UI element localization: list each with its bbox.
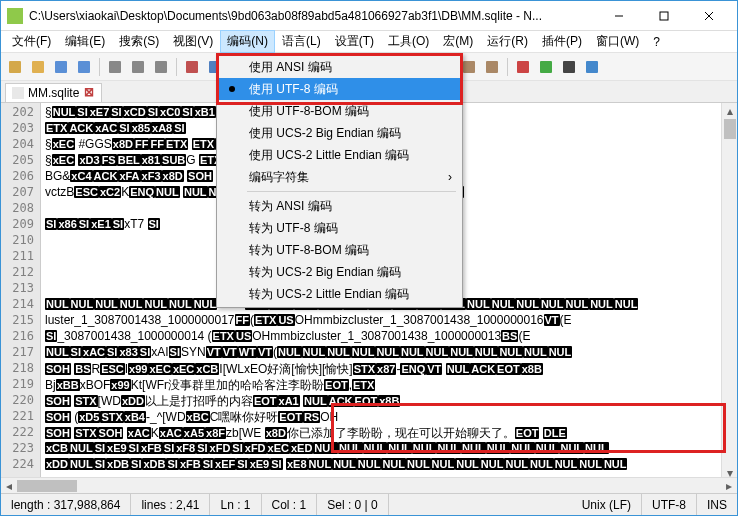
file-icon bbox=[12, 87, 24, 99]
svg-rect-6 bbox=[55, 61, 67, 73]
line-number: 214 bbox=[1, 297, 40, 313]
menu-工具o[interactable]: 工具(O) bbox=[381, 30, 436, 53]
encoding-convert-option[interactable]: 转为 UCS-2 Little Endian 编码 bbox=[219, 283, 460, 305]
line-number: 204 bbox=[1, 137, 40, 153]
text-line[interactable]: BjxBBxBOFx99Kt[WFr没事群里加的哈哈客注李盼盼EOT,ETX bbox=[41, 377, 737, 393]
close-all-button[interactable] bbox=[128, 57, 148, 77]
tab-close-icon[interactable]: ⊠ bbox=[83, 87, 95, 99]
scroll-up-icon[interactable]: ▴ bbox=[722, 103, 738, 119]
menu-编辑e[interactable]: 编辑(E) bbox=[58, 30, 112, 53]
macro-play-button[interactable] bbox=[536, 57, 556, 77]
menu-语言l[interactable]: 语言(L) bbox=[275, 30, 328, 53]
option-label: 使用 ANSI 编码 bbox=[249, 59, 332, 76]
svg-rect-8 bbox=[109, 61, 121, 73]
encoding-convert-option[interactable]: 转为 UTF-8-BOM 编码 bbox=[219, 239, 460, 261]
macro-multi-icon bbox=[584, 59, 600, 75]
text-line[interactable]: NULSIxACSIx83SIxAISISYNVTVTWTVT(NULNULNU… bbox=[41, 345, 737, 361]
cut-button[interactable] bbox=[182, 57, 202, 77]
menu-?[interactable]: ? bbox=[646, 32, 667, 52]
line-number: 208 bbox=[1, 201, 40, 217]
text-line[interactable]: SOH STXSOH xACKxACxA5x8Fzb[WE x8D你已添加了李盼… bbox=[41, 425, 737, 441]
line-number: 202 bbox=[1, 105, 40, 121]
title-bar: C:\Users\xiaokai\Desktop\Documents\9bd06… bbox=[1, 1, 737, 31]
cut-icon bbox=[184, 59, 200, 75]
text-line[interactable]: xDDNULSIxDBSIxDBSIxFBSIxEFSIxE9SI xE8NUL… bbox=[41, 457, 737, 473]
menu-编码n[interactable]: 编码(N) bbox=[220, 30, 275, 53]
line-number: 217 bbox=[1, 345, 40, 361]
encoding-option[interactable]: 使用 UTF-8-BOM 编码 bbox=[219, 100, 460, 122]
encoding-convert-option[interactable]: 转为 ANSI 编码 bbox=[219, 195, 460, 217]
line-number: 206 bbox=[1, 169, 40, 185]
line-number: 211 bbox=[1, 249, 40, 265]
scroll-thumb-h[interactable] bbox=[17, 480, 77, 492]
horizontal-scrollbar[interactable]: ◂ ▸ bbox=[1, 477, 737, 493]
indent-icon bbox=[461, 59, 477, 75]
save-icon bbox=[53, 59, 69, 75]
scroll-thumb[interactable] bbox=[724, 119, 736, 139]
vertical-scrollbar[interactable]: ▴ ▾ bbox=[721, 103, 737, 481]
text-line[interactable]: SOH (xD5STXxB4-_^[WDxBCC嘿咻你好呀EOTRSOH bbox=[41, 409, 737, 425]
text-line[interactable]: luster_1_3087001438_1000000017FF(ETXUSOH… bbox=[41, 313, 737, 329]
line-number: 203 bbox=[1, 121, 40, 137]
encoding-option[interactable]: 使用 ANSI 编码 bbox=[219, 56, 460, 78]
save-button[interactable] bbox=[51, 57, 71, 77]
save-all-button[interactable] bbox=[74, 57, 94, 77]
scroll-right-icon[interactable]: ▸ bbox=[721, 478, 737, 494]
menu-视图v[interactable]: 视图(V) bbox=[166, 30, 220, 53]
macro-multi-button[interactable] bbox=[582, 57, 602, 77]
encoding-option[interactable]: 编码字符集› bbox=[219, 166, 460, 188]
line-number: 221 bbox=[1, 409, 40, 425]
menu-bar: 文件(F)编辑(E)搜索(S)视图(V)编码(N)语言(L)设置(T)工具(O)… bbox=[1, 31, 737, 53]
line-number: 210 bbox=[1, 233, 40, 249]
open-icon bbox=[30, 59, 46, 75]
minimize-button[interactable] bbox=[596, 2, 641, 30]
encoding-convert-option[interactable]: 转为 UTF-8 编码 bbox=[219, 217, 460, 239]
encoding-convert-option[interactable]: 转为 UCS-2 Big Endian 编码 bbox=[219, 261, 460, 283]
macro-stop-icon bbox=[561, 59, 577, 75]
menu-separator bbox=[247, 191, 456, 192]
menu-设置t[interactable]: 设置(T) bbox=[328, 30, 381, 53]
line-number: 218 bbox=[1, 361, 40, 377]
line-number: 216 bbox=[1, 329, 40, 345]
status-ln: Ln : 1 bbox=[210, 494, 261, 515]
text-line[interactable]: SOH STX[WDxDD以上是打招呼的内容EOTxA1 NULACKEOTx8… bbox=[41, 393, 737, 409]
outdent-button[interactable] bbox=[482, 57, 502, 77]
save-all-icon bbox=[76, 59, 92, 75]
status-enc: UTF-8 bbox=[642, 494, 697, 515]
encoding-option[interactable]: 使用 UCS-2 Big Endian 编码 bbox=[219, 122, 460, 144]
svg-rect-1 bbox=[660, 12, 668, 20]
close-button[interactable] bbox=[105, 57, 125, 77]
menu-宏m[interactable]: 宏(M) bbox=[436, 30, 480, 53]
encoding-option[interactable]: 使用 UTF-8 编码 bbox=[219, 78, 460, 100]
menu-窗口w[interactable]: 窗口(W) bbox=[589, 30, 646, 53]
menu-运行r[interactable]: 运行(R) bbox=[480, 30, 535, 53]
line-number: 223 bbox=[1, 441, 40, 457]
text-line[interactable]: xCBNULSIxE9SIxFBSIxF8SIxFDSIxFDxECxEDNUL… bbox=[41, 441, 737, 457]
print-button[interactable] bbox=[151, 57, 171, 77]
macro-rec-button[interactable] bbox=[513, 57, 533, 77]
macro-stop-button[interactable] bbox=[559, 57, 579, 77]
new-button[interactable] bbox=[5, 57, 25, 77]
svg-rect-25 bbox=[540, 61, 552, 73]
option-label: 使用 UTF-8-BOM 编码 bbox=[249, 103, 369, 120]
svg-rect-23 bbox=[486, 61, 498, 73]
encoding-option[interactable]: 使用 UCS-2 Little Endian 编码 bbox=[219, 144, 460, 166]
menu-插件p[interactable]: 插件(P) bbox=[535, 30, 589, 53]
scroll-left-icon[interactable]: ◂ bbox=[1, 478, 17, 494]
line-number: 222 bbox=[1, 425, 40, 441]
text-line[interactable]: SOH BSRESCIx99xECxECxCBI[WLxEO好滴[愉快][愉快]… bbox=[41, 361, 737, 377]
scroll-track[interactable] bbox=[17, 478, 721, 493]
close-button[interactable] bbox=[686, 2, 731, 30]
submenu-arrow-icon: › bbox=[448, 170, 452, 184]
option-label: 编码字符集 bbox=[249, 169, 309, 186]
svg-rect-27 bbox=[586, 61, 598, 73]
menu-文件f[interactable]: 文件(F) bbox=[5, 30, 58, 53]
maximize-button[interactable] bbox=[641, 2, 686, 30]
option-label: 使用 UTF-8 编码 bbox=[249, 81, 338, 98]
tab-mm-sqlite[interactable]: MM.sqlite ⊠ bbox=[5, 83, 102, 102]
open-button[interactable] bbox=[28, 57, 48, 77]
menu-搜索s[interactable]: 搜索(S) bbox=[112, 30, 166, 53]
svg-rect-26 bbox=[563, 61, 575, 73]
text-line[interactable]: SI_3087001438_1000000014 (ETXUSOHmmbizcl… bbox=[41, 329, 737, 345]
close-all-icon bbox=[130, 59, 146, 75]
